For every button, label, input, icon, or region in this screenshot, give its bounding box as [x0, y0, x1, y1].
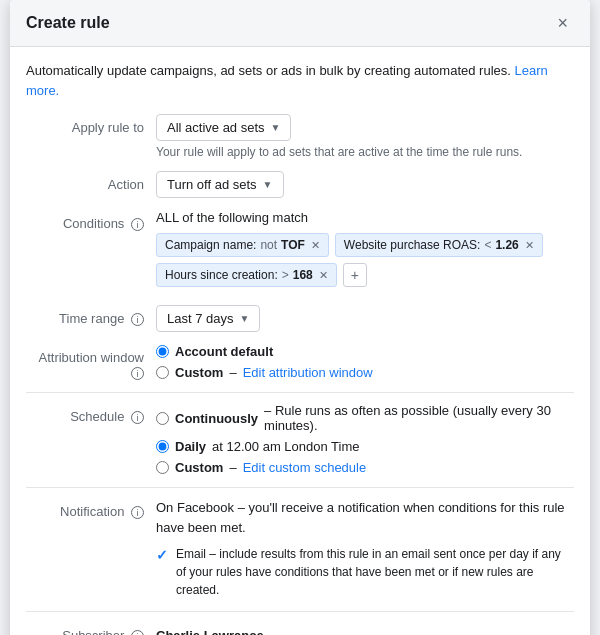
attribution-label-1: Custom [175, 365, 223, 380]
schedule-radio-continuously[interactable] [156, 412, 169, 425]
schedule-info-icon[interactable]: i [131, 411, 144, 424]
attribution-option-1: Custom – Edit attribution window [156, 365, 574, 380]
divider-3 [26, 611, 574, 612]
tag-field-1: Website purchase ROAS: [344, 238, 481, 252]
tag-op-0: not [260, 238, 277, 252]
description-text: Automatically update campaigns, ad sets … [26, 61, 574, 100]
tag-val-0: TOF [281, 238, 305, 252]
action-row: Action Turn off ad sets ▼ [26, 171, 574, 198]
conditions-label: Conditions i [26, 210, 156, 231]
notification-checkbox-label: Email – include results from this rule i… [176, 545, 574, 599]
apply-rule-subtext: Your rule will apply to ad sets that are… [156, 145, 574, 159]
schedule-label-1: Daily [175, 439, 206, 454]
apply-rule-label: Apply rule to [26, 114, 156, 135]
action-dropdown[interactable]: Turn off ad sets ▼ [156, 171, 284, 198]
subscriber-content: Charlie Lawrance [156, 622, 574, 635]
add-condition-button[interactable]: + [343, 263, 367, 287]
notification-checkbox-row: ✓ Email – include results from this rule… [156, 545, 574, 599]
tag-remove-1[interactable]: ✕ [525, 239, 534, 252]
schedule-desc-1: at 12.00 am London Time [212, 439, 359, 454]
attribution-edit-link[interactable]: Edit attribution window [243, 365, 373, 380]
tag-field-2: Hours since creation: [165, 268, 278, 282]
subscriber-label-wrap: Subscriber i [26, 622, 156, 635]
attribution-label-wrap: Attribution window i [26, 344, 156, 380]
apply-rule-content: All active ad sets ▼ Your rule will appl… [156, 114, 574, 159]
schedule-label-2: Custom [175, 460, 223, 475]
attribution-info-icon[interactable]: i [131, 367, 144, 380]
condition-tag-0: Campaign name: not TOF ✕ [156, 233, 329, 257]
notification-info-icon[interactable]: i [131, 506, 144, 519]
subscriber-info-icon[interactable]: i [131, 630, 144, 635]
schedule-content: Continuously – Rule runs as often as pos… [156, 403, 574, 475]
notification-text: On Facebook – you'll receive a notificat… [156, 498, 574, 537]
conditions-content: ALL of the following match Campaign name… [156, 210, 574, 293]
time-range-arrow-icon: ▼ [240, 313, 250, 324]
notification-label-wrap: Notification i [26, 498, 156, 519]
modal-title: Create rule [26, 14, 110, 32]
schedule-label-wrap: Schedule i [26, 403, 156, 424]
apply-rule-dropdown[interactable]: All active ad sets ▼ [156, 114, 291, 141]
subscriber-name: Charlie Lawrance [156, 622, 574, 635]
conditions-row: Conditions i ALL of the following match … [26, 210, 574, 293]
email-checkmark: ✓ [156, 545, 168, 566]
tag-val-1: 1.26 [495, 238, 518, 252]
schedule-label-0: Continuously [175, 411, 258, 426]
condition-tag-2: Hours since creation: > 168 ✕ [156, 263, 337, 287]
notification-row: Notification i On Facebook – you'll rece… [26, 498, 574, 599]
schedule-option-1: Daily at 12.00 am London Time [156, 439, 574, 454]
schedule-desc-0: – Rule runs as often as possible (usuall… [264, 403, 574, 433]
schedule-option-2: Custom – Edit custom schedule [156, 460, 574, 475]
attribution-dash: – [229, 365, 236, 380]
conditions-info-icon[interactable]: i [131, 218, 144, 231]
close-button[interactable]: × [551, 12, 574, 34]
apply-rule-arrow-icon: ▼ [271, 122, 281, 133]
time-range-dropdown[interactable]: Last 7 days ▼ [156, 305, 260, 332]
attribution-radio-account[interactable] [156, 345, 169, 358]
schedule-option-0: Continuously – Rule runs as often as pos… [156, 403, 574, 433]
create-rule-modal: Create rule × Automatically update campa… [10, 0, 590, 635]
attribution-option-0: Account default [156, 344, 574, 359]
divider-2 [26, 487, 574, 488]
tag-field-0: Campaign name: [165, 238, 256, 252]
notification-content: On Facebook – you'll receive a notificat… [156, 498, 574, 599]
attribution-row: Attribution window i Account default Cus… [26, 344, 574, 380]
action-arrow-icon: ▼ [263, 179, 273, 190]
modal-body: Automatically update campaigns, ad sets … [10, 47, 590, 635]
condition-tag-1: Website purchase ROAS: < 1.26 ✕ [335, 233, 543, 257]
action-label: Action [26, 171, 156, 192]
modal-header: Create rule × [10, 0, 590, 47]
tag-op-2: > [282, 268, 289, 282]
attribution-content: Account default Custom – Edit attributio… [156, 344, 574, 380]
tag-remove-2[interactable]: ✕ [319, 269, 328, 282]
apply-rule-row: Apply rule to All active ad sets ▼ Your … [26, 114, 574, 159]
time-range-info-icon[interactable]: i [131, 313, 144, 326]
attribution-radio-custom[interactable] [156, 366, 169, 379]
time-range-label-wrap: Time range i [26, 305, 156, 326]
tag-remove-0[interactable]: ✕ [311, 239, 320, 252]
attribution-label-0: Account default [175, 344, 273, 359]
schedule-edit-link[interactable]: Edit custom schedule [243, 460, 367, 475]
divider-1 [26, 392, 574, 393]
schedule-radio-custom[interactable] [156, 461, 169, 474]
action-content: Turn off ad sets ▼ [156, 171, 574, 198]
conditions-tags: Campaign name: not TOF ✕ Website purchas… [156, 233, 574, 257]
schedule-dash: – [229, 460, 236, 475]
time-range-content: Last 7 days ▼ [156, 305, 574, 332]
conditions-header: ALL of the following match [156, 210, 574, 225]
schedule-radio-group: Continuously – Rule runs as often as pos… [156, 403, 574, 475]
conditions-tags-row2: Hours since creation: > 168 ✕ + [156, 263, 574, 287]
attribution-radio-group: Account default Custom – Edit attributio… [156, 344, 574, 380]
tag-val-2: 168 [293, 268, 313, 282]
schedule-row: Schedule i Continuously – Rule runs as o… [26, 403, 574, 475]
time-range-row: Time range i Last 7 days ▼ [26, 305, 574, 332]
schedule-radio-daily[interactable] [156, 440, 169, 453]
time-range-label: Time range i [59, 311, 144, 326]
subscriber-row: Subscriber i Charlie Lawrance [26, 622, 574, 635]
tag-op-1: < [484, 238, 491, 252]
